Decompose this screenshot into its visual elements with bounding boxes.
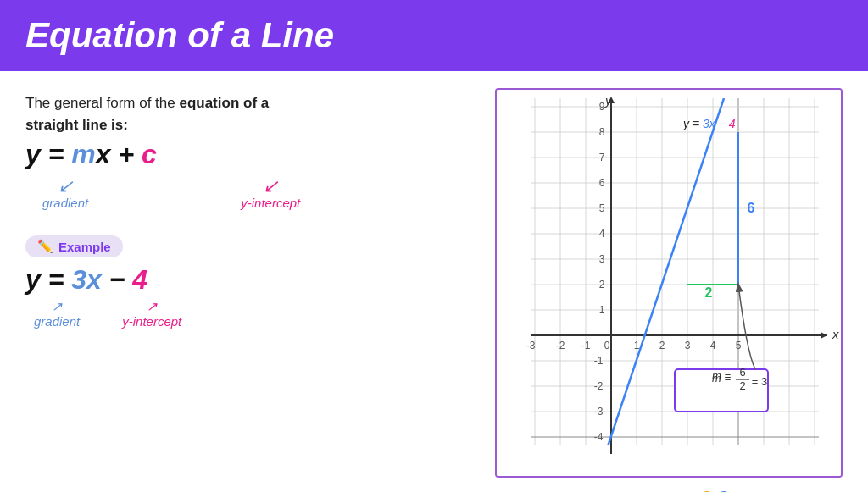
svg-text:5: 5 [736,340,742,351]
right-panel: x y -3 -2 -1 0 1 2 [495,88,851,478]
gradient-arrow: ↙ [58,177,73,196]
svg-text:2: 2 [739,379,745,392]
example-badge: ✏️ Example [25,235,123,257]
ex-gradient-arrow: ↗ [52,299,63,314]
svg-rect-0 [497,90,843,478]
x-axis-label: x [832,327,839,341]
svg-text:3: 3 [685,340,691,351]
example-arrows-labels: ↗ gradient ↗ y-intercept [34,299,478,329]
general-form-section: The general form of the equation of astr… [25,88,478,210]
svg-text:1: 1 [599,304,605,316]
intercept-arrow-label: ↙ y-intercept [241,177,300,210]
intro-text: The general form of the [25,95,179,111]
main-content: The general form of the equation of astr… [0,71,868,486]
example-label: Example [58,240,111,254]
svg-text:-4: -4 [594,431,604,443]
gradient-arrow-label: ↙ gradient [42,177,88,210]
example-section: ✏️ Example y = 3x − 4 ↗ gradient ↗ y-in [25,235,478,329]
formula-m: m [71,139,95,169]
svg-text:3: 3 [599,253,605,265]
page-container: Equation of a Line The general form of t… [0,0,868,492]
ex-gradient-label: ↗ gradient [34,299,80,329]
svg-text:= 3: = 3 [752,375,767,388]
formula-display: y = mx + c [25,139,157,170]
footer: THIRD SPACE LEARNING [0,486,868,492]
example-formula-row: y = 3x − 4 [25,264,478,296]
ex-y: y = [25,264,71,295]
general-form-text: The general form of the equation of astr… [25,92,478,135]
pencil-icon: ✏️ [37,239,53,254]
ex-3x: 3x [71,264,102,295]
intercept-label: y-intercept [241,196,300,210]
svg-text:0: 0 [604,340,610,351]
svg-text:-3: -3 [594,406,604,417]
svg-text:2: 2 [659,340,665,351]
svg-text:-2: -2 [594,380,604,392]
svg-text:-2: -2 [556,340,565,351]
intercept-arrow: ↙ [263,177,278,196]
svg-text:7: 7 [599,152,605,163]
ex-4: 4 [132,264,147,295]
svg-text:-3: -3 [526,340,536,351]
svg-text:8: 8 [599,126,605,138]
gradient-label: gradient [42,196,88,210]
graph-container: x y -3 -2 -1 0 1 2 [495,88,843,478]
svg-text:-1: -1 [594,355,604,367]
svg-text:4: 4 [599,228,605,240]
formula-x: x [96,139,111,169]
svg-text:1: 1 [634,340,640,351]
svg-text:5: 5 [599,202,605,214]
example-formula: y = 3x − 4 [25,264,147,296]
ex-intercept-arrow: ↗ [147,299,158,314]
ex-intercept-label: ↗ y-intercept [122,299,181,329]
formula-y: y = [25,139,71,169]
svg-text:6: 6 [599,177,605,189]
rise-label: 6 [748,201,755,215]
formula-c: c [142,139,157,169]
graph-svg: x y -3 -2 -1 0 1 2 [497,90,843,478]
svg-text:6: 6 [739,366,745,379]
ex-gradient-text: gradient [34,314,80,329]
page-title: Equation of a Line [25,15,843,56]
svg-text:4: 4 [710,340,716,351]
header-bar: Equation of a Line [0,0,868,71]
arrows-labels: ↙ gradient ↙ y-intercept [42,177,478,210]
svg-text:m =: m = [712,369,731,382]
graph-equation-label: y = 3x − 4 [682,117,736,130]
svg-text:2: 2 [599,279,605,290]
run-label: 2 [705,285,713,300]
formula-area: y = mx + c [25,139,478,170]
ex-minus: − [102,264,132,295]
formula-plus: + [111,139,142,169]
svg-text:9: 9 [599,101,605,113]
svg-text:-1: -1 [581,340,591,351]
ex-intercept-text: y-intercept [122,314,181,329]
left-panel: The general form of the equation of astr… [25,88,478,478]
